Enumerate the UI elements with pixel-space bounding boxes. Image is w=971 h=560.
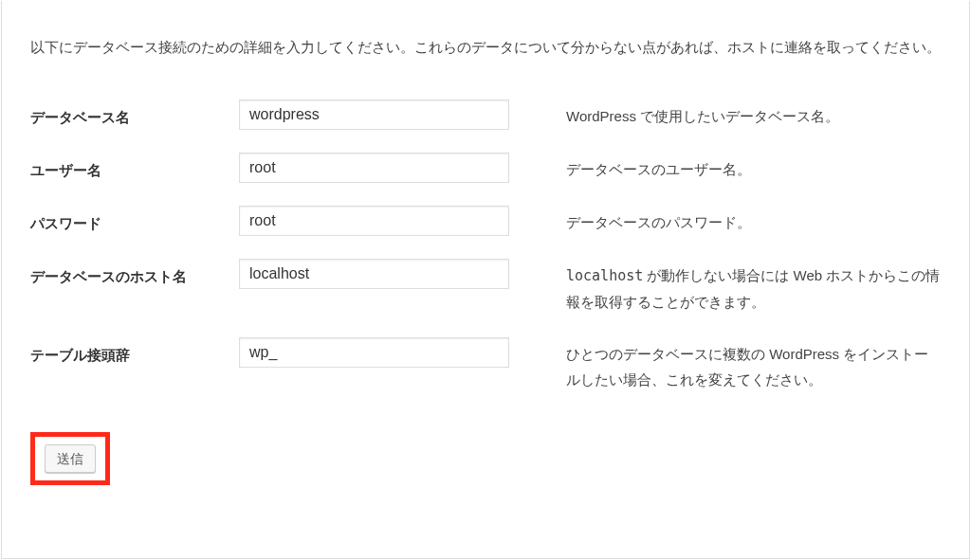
row-host: データベースのホスト名 localhost が動作しない場合には Web ホスト… (30, 247, 941, 326)
desc-prefix: ひとつのデータベースに複数の WordPress をインストールしたい場合、これ… (542, 326, 941, 404)
desc-dbname: WordPress で使用したいデータベース名。 (542, 88, 941, 141)
label-password: パスワード (30, 194, 239, 247)
intro-text: 以下にデータベース接続のための詳細を入力してください。これらのデータについて分か… (30, 34, 941, 60)
desc-host: localhost が動作しない場合には Web ホストからこの情報を取得するこ… (542, 247, 941, 326)
input-username[interactable] (239, 153, 509, 183)
row-password: パスワード データベースのパスワード。 (30, 194, 941, 247)
desc-username: データベースのユーザー名。 (542, 141, 941, 194)
label-host: データベースのホスト名 (30, 247, 239, 326)
submit-highlight-box: 送信 (30, 432, 110, 485)
label-prefix: テーブル接頭辞 (30, 326, 239, 404)
setup-form-container: 以下にデータベース接続のための詳細を入力してください。これらのデータについて分か… (1, 1, 970, 559)
input-host[interactable] (239, 259, 509, 289)
input-dbname[interactable] (239, 99, 509, 130)
input-prefix[interactable] (239, 337, 509, 368)
desc-password: データベースのパスワード。 (542, 194, 941, 247)
row-dbname: データベース名 WordPress で使用したいデータベース名。 (30, 88, 941, 141)
row-username: ユーザー名 データベースのユーザー名。 (30, 141, 941, 194)
input-password[interactable] (239, 206, 509, 236)
submit-button[interactable]: 送信 (45, 444, 96, 473)
desc-host-code: localhost (566, 267, 643, 284)
form-table: データベース名 WordPress で使用したいデータベース名。 ユーザー名 デ… (30, 88, 941, 404)
label-username: ユーザー名 (30, 141, 239, 194)
label-dbname: データベース名 (30, 88, 239, 141)
row-prefix: テーブル接頭辞 ひとつのデータベースに複数の WordPress をインストール… (30, 326, 941, 404)
